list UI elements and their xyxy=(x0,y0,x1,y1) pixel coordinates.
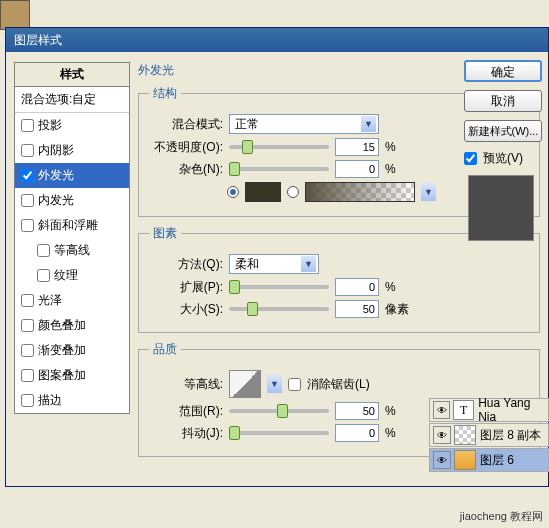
elements-legend: 图素 xyxy=(149,225,181,242)
noise-unit: % xyxy=(385,162,411,176)
opacity-label: 不透明度(O): xyxy=(149,139,223,156)
jitter-label: 抖动(J): xyxy=(149,425,223,442)
dialog-title: 图层样式 xyxy=(14,33,62,47)
contour-label: 等高线: xyxy=(149,376,223,393)
antialias-label: 消除锯齿(L) xyxy=(307,376,370,393)
style-label: 图案叠加 xyxy=(38,367,86,384)
style-item-9[interactable]: 渐变叠加 xyxy=(15,338,129,363)
style-label: 光泽 xyxy=(38,292,62,309)
style-label: 斜面和浮雕 xyxy=(38,217,98,234)
elements-group: 图素 方法(Q): 柔和 ▼ 扩展(P): 0 % 大小(S): xyxy=(138,225,540,333)
antialias-checkbox[interactable] xyxy=(288,378,301,391)
layer-row[interactable]: 👁图层 6 xyxy=(429,448,549,472)
style-item-8[interactable]: 颜色叠加 xyxy=(15,313,129,338)
styles-header[interactable]: 样式 xyxy=(15,63,129,87)
opacity-input[interactable]: 15 xyxy=(335,138,379,156)
range-slider[interactable] xyxy=(229,409,329,413)
jitter-input[interactable]: 0 xyxy=(335,424,379,442)
chevron-down-icon: ▼ xyxy=(301,256,316,272)
spread-input[interactable]: 0 xyxy=(335,278,379,296)
style-checkbox[interactable] xyxy=(21,344,34,357)
style-label: 等高线 xyxy=(54,242,90,259)
style-checkbox[interactable] xyxy=(21,294,34,307)
style-item-4[interactable]: 斜面和浮雕 xyxy=(15,213,129,238)
style-checkbox[interactable] xyxy=(21,194,34,207)
preview-checkbox[interactable] xyxy=(464,152,477,165)
style-checkbox[interactable] xyxy=(21,394,34,407)
background-fragment xyxy=(0,0,30,30)
noise-input[interactable]: 0 xyxy=(335,160,379,178)
blend-mode-select[interactable]: 正常 ▼ xyxy=(229,114,379,134)
range-input[interactable]: 50 xyxy=(335,402,379,420)
noise-label: 杂色(N): xyxy=(149,161,223,178)
opacity-unit: % xyxy=(385,140,411,154)
style-label: 投影 xyxy=(38,117,62,134)
chevron-down-icon[interactable]: ▼ xyxy=(267,375,282,393)
size-input[interactable]: 50 xyxy=(335,300,379,318)
eye-icon[interactable]: 👁 xyxy=(433,451,451,469)
layers-panel-fragment: 👁THua Yang Nia👁图层 8 副本👁图层 6 xyxy=(429,398,549,473)
chevron-down-icon[interactable]: ▼ xyxy=(421,183,436,201)
ok-button[interactable]: 确定 xyxy=(464,60,542,82)
size-label: 大小(S): xyxy=(149,301,223,318)
eye-icon[interactable]: 👁 xyxy=(433,426,451,444)
style-checkbox[interactable] xyxy=(37,244,50,257)
dialog-titlebar[interactable]: 图层样式 xyxy=(6,28,548,52)
chevron-down-icon: ▼ xyxy=(361,116,376,132)
style-item-2[interactable]: 外发光 xyxy=(15,163,129,188)
spread-slider[interactable] xyxy=(229,285,329,289)
style-item-7[interactable]: 光泽 xyxy=(15,288,129,313)
color-swatch[interactable] xyxy=(245,182,281,202)
technique-label: 方法(Q): xyxy=(149,256,223,273)
style-checkbox[interactable] xyxy=(37,269,50,282)
style-label: 外发光 xyxy=(38,167,74,184)
range-unit: % xyxy=(385,404,411,418)
structure-legend: 结构 xyxy=(149,85,181,102)
gradient-picker[interactable] xyxy=(305,182,415,202)
jitter-slider[interactable] xyxy=(229,431,329,435)
style-label: 内发光 xyxy=(38,192,74,209)
style-checkbox[interactable] xyxy=(21,369,34,382)
cancel-button[interactable]: 取消 xyxy=(464,90,542,112)
technique-select[interactable]: 柔和 ▼ xyxy=(229,254,319,274)
opacity-slider[interactable] xyxy=(229,145,329,149)
contour-picker[interactable] xyxy=(229,370,261,398)
style-checkbox[interactable] xyxy=(21,219,34,232)
style-item-1[interactable]: 内阴影 xyxy=(15,138,129,163)
style-checkbox[interactable] xyxy=(21,169,34,182)
quality-legend: 品质 xyxy=(149,341,181,358)
style-item-5[interactable]: 等高线 xyxy=(15,238,129,263)
range-label: 范围(R): xyxy=(149,403,223,420)
watermark: jiaocheng 教程网 xyxy=(460,509,543,524)
eye-icon[interactable]: 👁 xyxy=(433,401,450,419)
jitter-unit: % xyxy=(385,426,411,440)
blend-options-row[interactable]: 混合选项:自定 xyxy=(15,87,129,113)
style-item-11[interactable]: 描边 xyxy=(15,388,129,413)
style-label: 内阴影 xyxy=(38,142,74,159)
spread-unit: % xyxy=(385,280,411,294)
blend-mode-label: 混合模式: xyxy=(149,116,223,133)
layer-row[interactable]: 👁图层 8 副本 xyxy=(429,423,549,447)
style-label: 颜色叠加 xyxy=(38,317,86,334)
spread-label: 扩展(P): xyxy=(149,279,223,296)
styles-column: 样式 混合选项:自定 投影内阴影外发光内发光斜面和浮雕等高线纹理光泽颜色叠加渐变… xyxy=(14,62,130,465)
style-item-3[interactable]: 内发光 xyxy=(15,188,129,213)
new-style-button[interactable]: 新建样式(W)... xyxy=(464,120,542,142)
layer-name: 图层 6 xyxy=(480,452,514,469)
style-item-0[interactable]: 投影 xyxy=(15,113,129,138)
style-item-10[interactable]: 图案叠加 xyxy=(15,363,129,388)
color-radio[interactable] xyxy=(227,186,239,198)
style-label: 描边 xyxy=(38,392,62,409)
layer-thumb xyxy=(454,450,476,470)
style-item-6[interactable]: 纹理 xyxy=(15,263,129,288)
style-checkbox[interactable] xyxy=(21,144,34,157)
style-label: 渐变叠加 xyxy=(38,342,86,359)
layer-name: 图层 8 副本 xyxy=(480,427,541,444)
gradient-radio[interactable] xyxy=(287,186,299,198)
size-unit: 像素 xyxy=(385,301,411,318)
style-checkbox[interactable] xyxy=(21,319,34,332)
layer-row[interactable]: 👁THua Yang Nia xyxy=(429,398,549,422)
style-checkbox[interactable] xyxy=(21,119,34,132)
size-slider[interactable] xyxy=(229,307,329,311)
noise-slider[interactable] xyxy=(229,167,329,171)
